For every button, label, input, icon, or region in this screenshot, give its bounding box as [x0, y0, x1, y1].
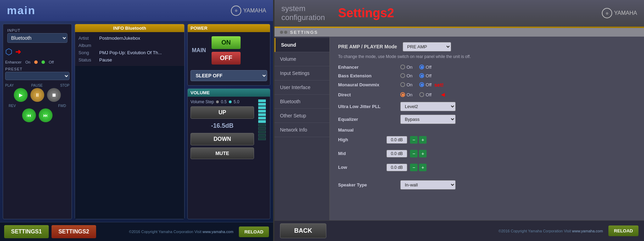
- status-key: Status: [78, 57, 96, 62]
- speaker-type-select[interactable]: In-wall Floor Standing Bookshelf: [400, 180, 456, 190]
- enhancer-off-radio[interactable]: [41, 60, 45, 64]
- right-bottom-bar: BACK ©2016 Copyright Yamaha Corporation …: [274, 220, 644, 241]
- left-copyright-text: ©2016 Copyright Yamaha Corporation Visit: [129, 230, 202, 234]
- direct-on-option[interactable]: On: [400, 92, 412, 97]
- bass-ext-off-circle: [419, 73, 424, 78]
- vol-seg-1: [258, 99, 266, 102]
- input-section: INPUT Bluetooth ⬡ ➜ Enhancer On: [3, 24, 72, 219]
- enhancer-on-radio[interactable]: [34, 60, 38, 64]
- pause-button[interactable]: ⏸: [30, 88, 44, 102]
- sidebar-item-input-settings[interactable]: Input Settings: [274, 66, 329, 80]
- reload-button-right[interactable]: RELOAD: [608, 225, 638, 236]
- volume-down-button[interactable]: DOWN: [190, 133, 254, 145]
- direct-red-arrow: ◄: [440, 91, 446, 98]
- power-on-button[interactable]: ON: [212, 36, 241, 49]
- direct-on-circle: [400, 92, 405, 97]
- high-eq-value: 0.0 dB: [386, 136, 407, 144]
- settings-area: Sound Volume Input Settings User Interfa…: [274, 37, 644, 220]
- info-detail-panel: INFO Bluetooth Artist PostmodernJukebox …: [75, 24, 185, 219]
- back-button[interactable]: BACK: [280, 223, 326, 238]
- input-label: INPUT: [5, 26, 69, 33]
- direct-radio-group: On Off ◄: [400, 91, 446, 98]
- preset-select[interactable]: [5, 72, 69, 80]
- mid-eq-plus[interactable]: +: [419, 150, 427, 157]
- info-rows: Artist PostmodernJukebox Album Song PMJ …: [75, 32, 184, 66]
- main-title: main: [7, 4, 36, 17]
- volume-bar: [257, 99, 267, 159]
- fwd-label: FWD: [58, 104, 66, 108]
- reload-button-left[interactable]: RELOAD: [239, 226, 269, 237]
- artist-key: Artist: [78, 36, 96, 41]
- mid-eq-minus[interactable]: −: [410, 150, 418, 157]
- input-select[interactable]: Bluetooth: [7, 33, 67, 43]
- settings-buttons: SETTINGS1 SETTINGS2: [4, 225, 96, 238]
- volume-up-button[interactable]: UP: [190, 106, 254, 119]
- volume-display: -16.5dB: [190, 121, 254, 131]
- enhancer-on-radio-circle: [400, 65, 405, 69]
- monaural-on-circle: [400, 82, 405, 87]
- song-value: PMJ Pop-Up: Evolution Of Th...: [99, 50, 162, 55]
- pre-amp-select[interactable]: PRE AMP PLAYER: [403, 42, 451, 51]
- preset-label: PRESET: [3, 66, 72, 72]
- monaural-on-label: On: [407, 82, 412, 87]
- direct-off-option[interactable]: Off: [419, 92, 431, 97]
- monaural-on-option[interactable]: On: [400, 82, 412, 87]
- mid-eq-buttons: − +: [410, 150, 427, 157]
- volume-mute-button[interactable]: MUTE: [190, 147, 254, 159]
- info-panel-title: INFO Bluetooth: [75, 24, 184, 32]
- high-eq-buttons: − +: [410, 136, 427, 144]
- low-eq-value: 0.0 dB: [386, 164, 407, 171]
- vol-seg-2: [258, 103, 266, 106]
- vol-seg-11: [258, 134, 266, 137]
- sidebar-item-network-info[interactable]: Network Info: [274, 123, 329, 137]
- settings1-button[interactable]: SETTINGS1: [4, 225, 49, 238]
- power-off-button[interactable]: OFF: [212, 52, 241, 65]
- red-arrow-icon: ➜: [15, 48, 21, 56]
- left-copyright: ©2016 Copyright Yamaha Corporation Visit…: [129, 230, 233, 234]
- vol-seg-10: [258, 131, 266, 133]
- pre-amp-section: PRE AMP / PLAYER Mode PRE AMP PLAYER: [338, 42, 636, 51]
- stop-button[interactable]: ⏹: [47, 88, 61, 102]
- settings-label-bar: SETTINGS: [274, 28, 644, 37]
- mid-eq-label: Mid: [338, 151, 386, 156]
- monaural-set-annotation: set!: [434, 82, 444, 88]
- high-eq-row: High 0.0 dB − +: [338, 136, 636, 144]
- equalizer-select[interactable]: Bypass Manual: [400, 115, 456, 124]
- enhancer-on-option[interactable]: On: [400, 65, 412, 70]
- enhancer-row: Enhancer On Off: [3, 59, 72, 66]
- high-eq-plus[interactable]: +: [419, 136, 427, 144]
- bluetooth-icon: ⬡: [5, 47, 12, 57]
- ultra-low-select[interactable]: Level2 Level1 Level3: [400, 102, 456, 111]
- status-value: Pause: [99, 57, 112, 62]
- enhancer-on-option-label: On: [407, 65, 412, 70]
- left-header: main ⊛ YAMAHA: [0, 0, 273, 21]
- volume-step-row: Volume Step 0.5 5.0: [190, 99, 254, 104]
- fwd-button[interactable]: ⏭: [39, 108, 53, 122]
- high-eq-minus[interactable]: −: [410, 136, 418, 144]
- low-eq-buttons: − +: [410, 164, 427, 171]
- right-copyright: ©2016 Copyright Yamaha Corporation Visit…: [498, 229, 603, 233]
- vol-seg-3: [258, 106, 266, 109]
- rev-button[interactable]: ⏮: [22, 108, 36, 122]
- bass-ext-on-label: On: [407, 73, 412, 78]
- song-row: Song PMJ Pop-Up: Evolution Of Th...: [78, 50, 181, 55]
- power-header: POWER: [188, 24, 270, 32]
- monaural-off-option[interactable]: Off set!: [419, 82, 444, 88]
- enhancer-settings-row: Enhancer On Off: [338, 65, 636, 70]
- bass-ext-off-option[interactable]: Off: [419, 73, 431, 78]
- settings-dot-2: [284, 31, 287, 34]
- enhancer-on-label: On: [25, 60, 30, 64]
- enhancer-off-option[interactable]: Off: [419, 65, 431, 70]
- low-eq-minus[interactable]: −: [410, 164, 418, 171]
- sidebar-item-user-interface[interactable]: User Interface: [274, 80, 329, 95]
- sleep-select[interactable]: SLEEP OFF: [190, 70, 267, 81]
- bass-ext-on-option[interactable]: On: [400, 73, 412, 78]
- sidebar-item-other-setup[interactable]: Other Setup: [274, 109, 329, 123]
- sidebar-item-sound[interactable]: Sound: [274, 38, 329, 52]
- sidebar-item-bluetooth[interactable]: Bluetooth: [274, 95, 329, 109]
- sidebar-item-volume[interactable]: Volume: [274, 52, 329, 66]
- low-eq-plus[interactable]: +: [419, 164, 427, 171]
- direct-off-circle: [419, 92, 424, 97]
- play-button[interactable]: ▶: [14, 88, 28, 102]
- settings2-button[interactable]: SETTINGS2: [52, 225, 96, 238]
